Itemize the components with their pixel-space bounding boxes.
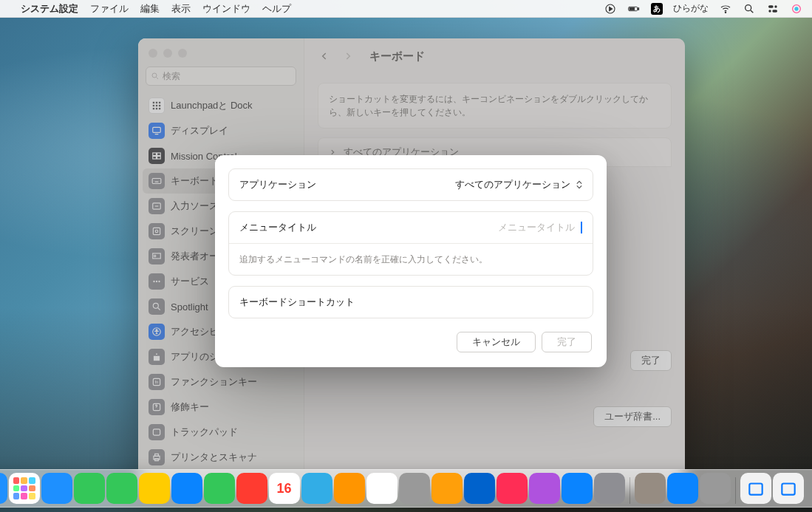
menu-help[interactable]: ヘルプ [262,2,291,16]
battery-icon[interactable] [627,2,641,16]
sidebar-item-label: トラックパッド [171,426,238,439]
sidebar-item-grid[interactable]: Launchpadと Dock [143,93,299,118]
svg-rect-52 [782,484,794,495]
page-title: キーボード [369,50,425,64]
menu-file[interactable]: ファイル [90,2,129,16]
svg-point-12 [152,73,157,78]
svg-rect-15 [159,102,160,103]
svg-rect-3 [630,7,635,10]
shortcut-label: キーボードショートカット [239,296,355,309]
dock-app-9[interactable]: 16 [269,473,300,504]
now-playing-icon[interactable] [604,2,617,16]
dock-app-3[interactable] [74,473,105,504]
svg-rect-25 [153,157,157,160]
dock-app-5[interactable] [139,473,170,504]
menu-title-input[interactable]: メニュータイトル [498,221,582,234]
svg-rect-24 [157,153,161,156]
sidebar-item-display[interactable]: ディスプレイ [143,118,299,143]
desktop: システム設定 ファイル 編集 表示 ウインドウ ヘルプ あ ひらがな [0,0,812,512]
sidebar-item-fn[interactable]: fnファンクションキー [143,369,299,395]
done-button-sheet2[interactable]: 完了 [630,350,672,371]
display-icon [149,123,165,139]
dock-app-17[interactable] [529,473,560,504]
sidebar-item-label: Spotlight [171,301,208,313]
application-row[interactable]: アプリケーション すべてのアプリケーション [229,169,593,200]
ime-icon[interactable]: あ [651,3,663,15]
presenter-icon [149,248,165,264]
dock-app-19[interactable] [594,473,625,504]
search-input[interactable]: 検索 [146,66,296,86]
svg-rect-22 [153,127,161,132]
close-button[interactable] [149,49,157,58]
svg-rect-29 [153,228,160,234]
back-button[interactable] [316,48,332,64]
wifi-icon[interactable] [719,2,732,16]
dock-app-23[interactable] [805,473,813,504]
svg-rect-14 [156,102,157,103]
svg-point-34 [156,281,157,282]
menu-edit[interactable]: 編集 [140,2,160,16]
dock-app-10[interactable] [301,473,332,504]
svg-rect-18 [159,105,160,106]
svg-point-9 [768,10,771,12]
text-cursor [581,222,582,233]
menu-title-row[interactable]: メニュータイトル メニュータイトル [229,212,593,244]
app-menu[interactable]: システム設定 [21,2,78,16]
svg-rect-44 [155,454,159,456]
dock-app-12[interactable] [366,473,398,504]
svg-rect-23 [153,153,157,156]
svg-point-38 [156,330,157,331]
done-button[interactable]: 完了 [542,332,592,352]
sidebar-item-label: ファンクションキー [171,375,257,389]
fn-icon: fn [149,374,165,390]
dock: 16 [0,469,812,508]
svg-rect-26 [157,157,161,160]
services-icon [149,273,165,290]
dock-stack-1[interactable] [773,473,804,504]
sidebar-item-label: キーボード [171,174,219,188]
svg-point-33 [153,281,154,282]
dock-stack-0[interactable] [740,473,771,504]
dock-app-7[interactable] [204,473,235,504]
siri-icon[interactable] [790,2,803,16]
cancel-button[interactable]: キャンセル [457,332,536,352]
spotlight-icon[interactable] [743,2,756,16]
modifier-icon [149,399,165,415]
shortcut-row[interactable]: キーボードショートカット [229,287,593,318]
dock-app-1[interactable] [9,473,40,504]
dock-app-18[interactable] [562,473,593,504]
add-shortcut-sheet: アプリケーション すべてのアプリケーション メニュータイトル メニュータイトル … [215,155,607,367]
zoom-button[interactable] [178,49,187,58]
minimize-button[interactable] [163,49,172,58]
svg-rect-13 [153,102,154,103]
dock-app-22[interactable] [700,473,731,504]
svg-point-32 [154,255,156,256]
dock-app-16[interactable] [497,473,528,504]
dock-app-4[interactable] [106,473,137,504]
search-placeholder: 検索 [163,70,180,83]
sidebar-item-trackpad[interactable]: トラックパッド [143,420,299,445]
dock-app-8[interactable] [236,473,267,504]
svg-rect-2 [638,7,638,10]
sidebar-item-printer[interactable]: プリンタとスキャナ [143,445,299,470]
dock-app-6[interactable] [171,473,202,504]
forward-button[interactable] [340,48,356,64]
user-dictionary-button[interactable]: ユーザ辞書... [593,406,672,427]
ime-label[interactable]: ひらがな [673,2,709,15]
dock-app-21[interactable] [667,473,698,504]
dock-app-0[interactable] [0,473,7,504]
dock-app-11[interactable] [334,473,365,504]
application-popup[interactable]: すべてのアプリケーション [455,178,582,191]
application-label: アプリケーション [239,178,316,191]
dock-app-2[interactable] [41,473,72,504]
menu-window[interactable]: ウインドウ [202,2,250,16]
control-center-icon[interactable] [766,2,779,16]
dock-app-14[interactable] [431,473,463,504]
shortcut-hint: ショートカットを変更するには、キーコンビネーションをダブルクリックしてから、新し… [329,92,661,119]
dock-app-15[interactable] [464,473,495,504]
dock-app-20[interactable] [635,473,666,504]
popup-arrows-icon [576,180,582,189]
dock-app-13[interactable] [399,473,430,504]
sidebar-item-modifier[interactable]: 修飾キー [143,395,299,420]
menu-view[interactable]: 表示 [171,2,191,16]
